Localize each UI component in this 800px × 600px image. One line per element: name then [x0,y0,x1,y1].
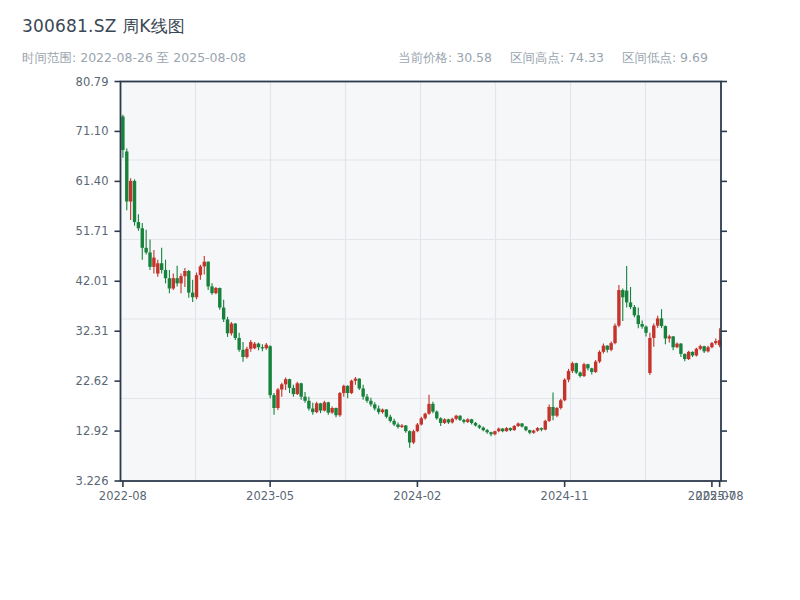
candle-body [497,429,500,432]
candle-body [152,258,155,267]
candle-body [675,344,678,348]
kline-chart: 80.7971.1061.4051.7142.0132.3122.6212.92… [0,0,800,600]
candle-body [516,423,519,426]
candle-body [416,424,419,431]
candle-body [195,275,198,297]
candle-body [691,352,694,356]
candle-body [299,383,302,396]
candle-body [540,428,543,430]
candle-body [389,417,392,421]
candle-body [330,408,333,413]
candle-body [377,409,380,413]
candle-body [164,270,167,278]
candle-body [303,397,306,401]
candle-body [505,428,508,431]
candle-body [179,276,182,283]
y-tick-label: 3.226 [76,474,109,488]
candle-body [710,343,713,347]
candle-body [183,271,186,276]
candle-body [222,308,225,320]
candle-body [125,152,128,202]
candle-body [199,266,202,275]
candle-body [462,420,465,422]
candle-body [206,262,209,287]
candle-body [427,404,430,414]
candle-body [144,248,147,253]
candle-body [551,407,554,416]
y-tick-label: 71.10 [76,124,109,138]
candle-body [249,342,252,349]
candle-body [454,416,457,419]
candle-body [536,428,539,431]
candle-body [280,384,283,389]
candle-body [268,346,271,395]
candle-body [451,419,454,423]
y-tick-label: 12.92 [76,424,109,438]
y-tick-label: 22.62 [76,374,109,388]
candle-body [524,427,527,431]
candle-body [175,278,178,283]
candle-body [381,410,384,413]
candle-body [412,431,415,442]
candle-body [706,347,709,351]
candle-body [439,418,442,423]
candle-body [365,397,368,401]
candle-body [133,181,136,222]
candle-body [241,350,244,357]
candle-body [272,395,275,408]
candle-body [121,116,124,149]
candle-body [237,338,240,350]
candle-body [594,362,597,372]
candle-body [652,326,655,338]
candle-body [571,363,574,371]
candle-body [373,404,376,408]
candle-body [625,291,628,303]
candle-body [327,402,330,412]
candle-body [253,344,256,349]
candle-body [656,318,659,325]
candle-body [141,228,144,248]
candle-body [338,393,341,415]
y-tick-label: 61.40 [76,174,109,188]
candle-body [485,430,488,432]
candle-body [664,326,667,338]
candle-body [431,404,434,412]
y-tick-label: 51.71 [76,224,109,238]
candle-body [172,278,175,288]
candle-body [559,400,562,408]
y-tick-label: 42.01 [76,274,109,288]
candle-body [602,346,605,352]
candle-body [323,402,326,410]
candle-body [447,419,450,422]
candle-body [214,288,217,293]
page: { "header": { "title": "300681.SZ 周K线图",… [0,0,800,600]
candle-body [606,346,609,350]
candle-body [714,341,717,343]
candle-body [400,426,403,428]
candle-body [284,379,287,384]
candle-body [203,262,206,267]
candle-body [470,419,473,423]
candle-body [532,431,535,433]
candle-body [513,426,516,430]
candle-body [613,326,616,344]
candle-body [361,388,364,396]
candle-body [319,403,322,410]
candle-body [385,410,388,417]
candle-body [311,409,314,413]
candle-body [160,263,163,270]
candle-body [458,416,461,420]
candle-body [695,349,698,356]
candle-body [354,379,357,381]
candle-body [629,302,632,307]
candle-body [408,431,411,442]
candle-body [276,389,279,408]
candle-body [358,379,361,389]
candle-body [590,368,593,372]
candle-body [609,343,612,350]
candle-body [586,364,589,368]
candle-body [687,352,690,359]
candle-body [679,344,682,354]
candle-body [392,421,395,425]
candle-body [369,401,372,405]
